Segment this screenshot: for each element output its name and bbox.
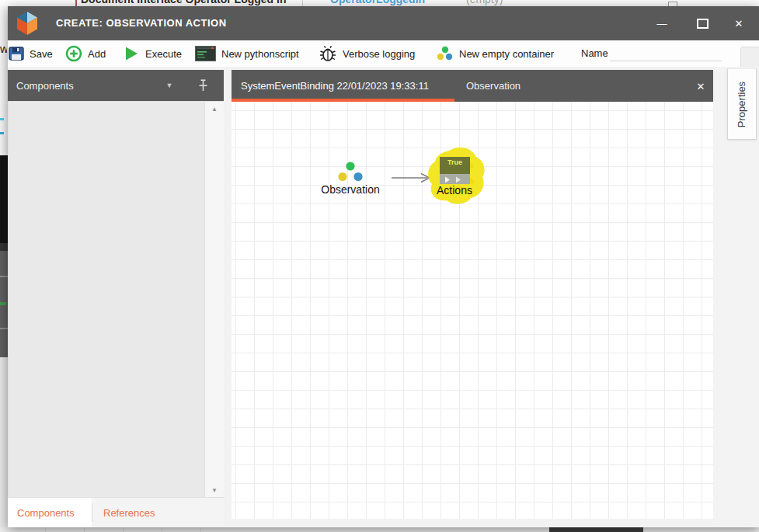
execute-label: Execute: [145, 48, 182, 60]
minimize-icon: —: [657, 18, 667, 30]
minimize-button[interactable]: —: [646, 6, 677, 40]
tab-components[interactable]: Components: [8, 498, 92, 527]
tab-components-label: Components: [8, 507, 75, 519]
background-divider: [302, 0, 303, 6]
background-fragment: [0, 357, 8, 527]
pin-icon: [198, 79, 208, 92]
window-title: CREATE: OBSERVATION ACTION: [56, 6, 227, 40]
editor-close-button[interactable]: ✕: [692, 78, 709, 95]
components-dropdown-button[interactable]: ▼: [160, 70, 179, 101]
new-pythonscript-label: New pythonscript: [221, 48, 299, 60]
background-text-fragment: w: [0, 42, 7, 57]
new-pythonscript-button[interactable]: New pythonscript: [195, 40, 299, 67]
actions-icon-lower: [440, 174, 470, 184]
components-panel-title: Components: [8, 80, 74, 92]
connector-arrow: [388, 171, 435, 185]
components-panel-header: Components: [8, 70, 224, 101]
add-circle-icon: [65, 45, 82, 62]
background-fragment: [0, 276, 8, 277]
add-button[interactable]: Add: [65, 40, 106, 67]
background-dark-bar: [549, 527, 643, 532]
save-button[interactable]: Save: [9, 40, 53, 67]
verbose-logging-button[interactable]: Verbose logging: [319, 40, 415, 67]
tab-references[interactable]: References: [92, 498, 186, 527]
background-text-fragment: Document Interface Operator Logged In: [81, 0, 286, 5]
play-icon: [123, 45, 140, 62]
components-list[interactable]: [8, 101, 224, 498]
screen: Document Interface Operator Logged In Op…: [0, 0, 759, 532]
name-label: Name: [581, 40, 608, 67]
true-badge: True: [440, 157, 470, 174]
verbose-logging-label: Verbose logging: [343, 48, 415, 60]
background-text-fragment: (empty): [466, 0, 503, 5]
actions-node-icon[interactable]: True: [440, 157, 470, 184]
new-empty-container-button[interactable]: New empty container: [436, 40, 554, 67]
bug-icon: [319, 44, 337, 63]
pin-button[interactable]: [193, 70, 213, 101]
close-icon: ✕: [735, 18, 743, 30]
name-input[interactable]: [610, 45, 722, 61]
scroll-down-button[interactable]: ▼: [205, 485, 224, 495]
background-divider: [75, 0, 77, 6]
observation-node-label[interactable]: Observation: [311, 183, 390, 196]
app-logo-icon: [17, 12, 37, 35]
maximize-button[interactable]: [687, 6, 718, 40]
tab-references-label: References: [92, 507, 155, 519]
background-bottom-strip: [0, 527, 759, 532]
close-icon: ✕: [697, 81, 705, 92]
terminal-icon: [195, 45, 216, 62]
add-label: Add: [88, 48, 106, 60]
background-fragment: [0, 118, 4, 120]
background-fragment: [0, 155, 8, 243]
scroll-down-icon: ▼: [211, 487, 218, 494]
components-scrollbar[interactable]: ▲ ▼: [204, 102, 224, 497]
execute-button[interactable]: Execute: [123, 40, 182, 67]
tab-properties-label: Properties: [736, 81, 748, 127]
container-dots-icon: [436, 46, 454, 61]
floppy-disk-icon: [9, 46, 24, 61]
background-fragment: [0, 302, 6, 305]
background-fragment: [0, 328, 8, 329]
background-text-fragment: OperatorLoggedIn: [330, 0, 425, 5]
tab-observation[interactable]: Observation: [457, 70, 542, 102]
actions-node-label[interactable]: Actions: [420, 184, 489, 196]
tab-systemeventbinding[interactable]: SystemEventBinding 22/01/2023 19:33:11: [232, 70, 454, 102]
background-fragment: [0, 243, 8, 251]
flow-canvas[interactable]: [232, 102, 713, 519]
close-button[interactable]: ✕: [722, 6, 756, 40]
save-label: Save: [30, 48, 53, 60]
scroll-up-icon: ▲: [211, 106, 218, 113]
new-empty-container-label: New empty container: [459, 48, 554, 60]
panel-splitter[interactable]: [224, 70, 232, 498]
chevron-down-icon: ▼: [166, 82, 173, 89]
scroll-up-button[interactable]: ▲: [205, 103, 224, 114]
background-fragment: [0, 132, 4, 134]
maximize-icon: [697, 19, 709, 29]
observation-node-icon[interactable]: [336, 160, 364, 183]
tab-properties[interactable]: Properties: [727, 68, 757, 140]
